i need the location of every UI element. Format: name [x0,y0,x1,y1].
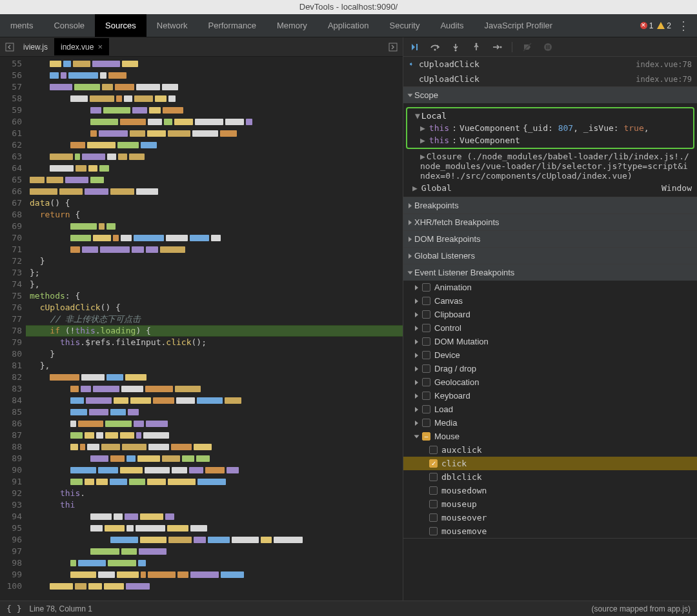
checkbox[interactable] [422,337,430,346]
code-line[interactable] [26,557,403,569]
code-line[interactable] [26,546,403,557]
code-line[interactable]: return { [26,209,403,221]
checkbox[interactable] [429,446,438,454]
code-line[interactable] [26,581,403,592]
checkbox[interactable] [422,392,430,400]
el-category-dom-mutation[interactable]: DOM Mutation [403,335,697,348]
line-number[interactable]: 62 [1,139,22,151]
pretty-print-icon[interactable]: { } [6,604,21,613]
line-number[interactable]: 67 [1,197,22,209]
code-line[interactable]: this. [26,488,403,499]
el-category-animation[interactable]: Animation [403,281,697,294]
checkbox[interactable] [422,283,430,292]
code-line[interactable] [26,104,403,116]
el-category-load[interactable]: Load [403,402,697,416]
tab-sources[interactable]: Sources [95,14,146,37]
code-line[interactable] [26,128,403,139]
scope-global[interactable]: ▶ Global Window [403,182,697,194]
tab-console[interactable]: Console [43,14,95,37]
code-line[interactable] [26,151,403,163]
code-line[interactable] [26,395,403,406]
line-number[interactable]: 69 [1,221,22,232]
code-line[interactable] [26,186,403,197]
line-number[interactable]: 97 [1,546,22,557]
el-event-dblclick[interactable]: dblclick [403,470,697,484]
el-category-canvas[interactable]: Canvas [403,294,697,308]
el-event-auxclick[interactable]: auxclick [403,443,697,457]
tab-ments[interactable]: ments [0,14,43,37]
el-event-click[interactable]: ✓click [403,457,697,470]
el-event-mouseover[interactable]: mouseover [403,511,697,524]
line-number[interactable]: 84 [1,395,22,406]
line-number[interactable]: 88 [1,441,22,453]
line-number[interactable]: 71 [1,244,22,255]
checkbox[interactable] [429,473,438,481]
checkbox[interactable] [429,500,438,508]
line-number[interactable]: 55 [1,58,22,70]
callstack-frame[interactable]: ➧cUploadClickindex.vue:78 [403,57,697,72]
code-line[interactable]: }, [26,360,403,372]
line-number[interactable]: 79 [1,337,22,348]
code-line[interactable] [26,232,403,244]
code-line[interactable] [26,522,403,534]
line-number[interactable]: 87 [1,430,22,441]
line-number[interactable]: 68 [1,209,22,221]
step-out-button[interactable] [470,41,482,53]
code-line[interactable]: data() { [26,197,403,209]
line-number[interactable]: 61 [1,128,22,139]
code-line[interactable] [26,139,403,151]
checkbox[interactable] [422,310,430,319]
panel-header-global-listeners[interactable]: Global Listeners [403,248,697,264]
line-number[interactable]: 73 [1,267,22,279]
checkbox[interactable] [429,486,438,495]
checkbox[interactable] [422,419,430,427]
step-over-button[interactable] [429,41,441,53]
code-line[interactable] [26,453,403,464]
scope-variable[interactable]: ▶this: VueComponent {_uid: 807, _isVue: … [409,122,692,134]
line-number[interactable]: 81 [1,360,22,372]
line-number[interactable]: 70 [1,232,22,244]
step-into-button[interactable] [450,41,461,53]
line-number[interactable]: 82 [1,372,22,383]
line-number[interactable]: 85 [1,406,22,418]
line-number[interactable]: 77 [1,313,22,325]
checkbox[interactable] [422,297,430,305]
callstack-frame[interactable]: cUploadClickindex.vue:79 [403,72,697,86]
scope-header[interactable]: Scope [403,87,697,103]
line-number[interactable]: 76 [1,302,22,313]
line-number[interactable]: 99 [1,569,22,581]
line-number[interactable]: 96 [1,534,22,546]
line-number[interactable]: 93 [1,499,22,511]
el-event-mouseup[interactable]: mouseup [403,497,697,511]
panel-header-dom-breakpoints[interactable]: DOM Breakpoints [403,231,697,247]
close-icon[interactable]: × [97,42,103,52]
checkbox[interactable] [422,351,430,359]
el-category-control[interactable]: Control [403,321,697,335]
error-indicator[interactable]: ✕ 1 [640,21,654,30]
line-number[interactable]: 72 [1,255,22,267]
code-line[interactable] [26,569,403,581]
more-tabs-icon[interactable] [386,40,400,54]
code-line[interactable]: thi [26,499,403,511]
line-number[interactable]: 83 [1,383,22,395]
el-category-device[interactable]: Device [403,348,697,362]
code-line[interactable] [26,174,403,186]
scope-closure[interactable]: ▶Closure (./node_modules/babel-loader/li… [403,150,697,182]
line-number[interactable]: 95 [1,522,22,534]
line-number[interactable]: 58 [1,93,22,104]
scope-local-label[interactable]: ▼Local [409,110,692,122]
code-line[interactable]: this.$refs.fileInput.click(); [26,337,403,348]
code-line[interactable] [26,221,403,232]
resume-button[interactable] [409,41,420,53]
el-category-keyboard[interactable]: Keyboard [403,389,697,402]
el-event-mousemove[interactable]: mousemove [403,524,697,538]
code-line[interactable]: }; [26,267,403,279]
checkbox[interactable] [422,364,430,373]
pause-on-exceptions-button[interactable] [542,41,554,53]
tab-javascript-profiler[interactable]: JavaScript Profiler [474,14,563,37]
tab-audits[interactable]: Audits [430,14,474,37]
deactivate-breakpoints-button[interactable] [521,41,533,53]
line-number[interactable]: 64 [1,163,22,174]
line-number[interactable]: 66 [1,186,22,197]
code-line[interactable] [26,70,403,81]
